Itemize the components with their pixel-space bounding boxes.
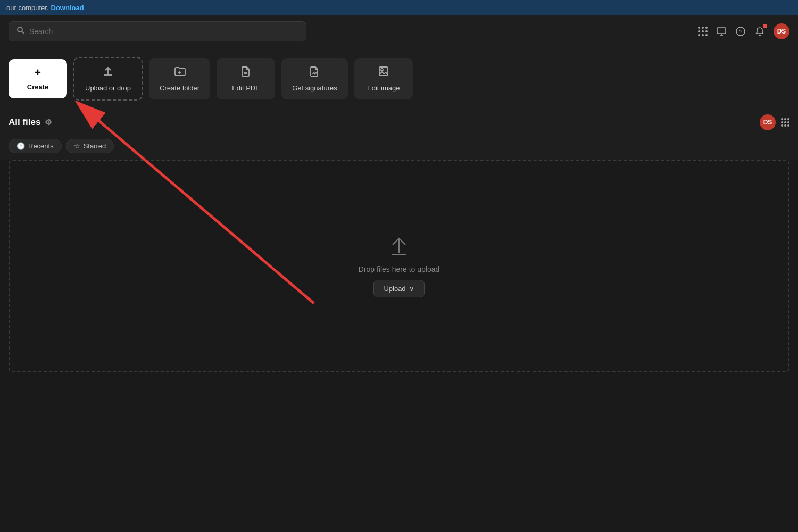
search-box[interactable] — [9, 21, 306, 41]
svg-point-14 — [381, 69, 383, 71]
get-signatures-label: Get signatures — [292, 84, 337, 92]
actions-row: + Create Upload or drop Create folder — [0, 48, 798, 109]
star-icon: ☆ — [74, 142, 80, 150]
upload-drop-button[interactable]: Upload or drop — [73, 57, 143, 101]
files-header: All files ⚙ DS — [0, 109, 798, 135]
all-files-title: All files — [9, 117, 40, 128]
edit-image-icon — [378, 65, 389, 80]
search-row: ? DS — [0, 15, 798, 48]
notifications-icon[interactable] — [754, 26, 765, 37]
folder-icon — [174, 65, 186, 80]
upload-icon — [102, 65, 114, 80]
top-banner: our computer. Download — [0, 0, 798, 15]
svg-text:?: ? — [739, 29, 743, 35]
drop-zone[interactable]: Drop files here to upload Upload ∨ — [9, 160, 789, 372]
banner-download-link[interactable]: Download — [51, 4, 84, 12]
edit-image-button[interactable]: Edit image — [354, 58, 413, 99]
upload-drop-label: Upload or drop — [85, 84, 131, 92]
svg-line-1 — [22, 31, 24, 34]
grid-view-icon[interactable] — [781, 118, 789, 127]
recents-icon: 🕐 — [16, 142, 25, 150]
create-folder-button[interactable]: Create folder — [149, 58, 210, 99]
banner-text: our computer. — [6, 4, 49, 12]
edit-pdf-label: Edit PDF — [232, 84, 260, 92]
user-avatar-right[interactable]: DS — [760, 114, 776, 130]
signature-icon — [309, 65, 320, 80]
get-signatures-button[interactable]: Get signatures — [281, 58, 348, 99]
upload-dropdown-button[interactable]: Upload ∨ — [373, 280, 424, 297]
header-icons: ? DS — [698, 23, 789, 39]
create-folder-label: Create folder — [160, 84, 200, 92]
edit-pdf-button[interactable]: Edit PDF — [217, 58, 275, 99]
recents-label: Recents — [28, 142, 54, 150]
notification-badge — [763, 24, 767, 28]
filter-tabs: 🕐 Recents ☆ Starred — [0, 135, 798, 160]
help-icon[interactable]: ? — [735, 26, 746, 37]
files-title-area: All files ⚙ — [9, 117, 52, 128]
svg-rect-13 — [379, 67, 388, 76]
create-button[interactable]: + Create — [9, 59, 67, 98]
monitor-icon[interactable] — [716, 26, 727, 37]
chevron-down-icon: ∨ — [409, 285, 414, 293]
gear-icon[interactable]: ⚙ — [45, 118, 52, 127]
upload-drop-icon — [388, 235, 410, 259]
starred-tab[interactable]: ☆ Starred — [66, 139, 114, 153]
edit-pdf-icon — [240, 65, 252, 80]
recents-tab[interactable]: 🕐 Recents — [9, 139, 62, 153]
drop-text: Drop files here to upload — [359, 265, 440, 273]
apps-icon[interactable] — [698, 27, 708, 36]
plus-icon: + — [35, 66, 41, 79]
create-label: Create — [27, 83, 48, 91]
upload-btn-label: Upload — [384, 285, 405, 293]
svg-point-0 — [18, 27, 22, 32]
edit-image-label: Edit image — [367, 84, 400, 92]
upload-icon-area: Drop files here to upload Upload ∨ — [359, 235, 440, 297]
svg-rect-2 — [717, 28, 726, 34]
search-input[interactable] — [29, 27, 298, 36]
files-header-right: DS — [760, 114, 789, 130]
search-icon — [16, 26, 25, 37]
avatar[interactable]: DS — [774, 23, 789, 39]
starred-label: Starred — [84, 142, 106, 150]
